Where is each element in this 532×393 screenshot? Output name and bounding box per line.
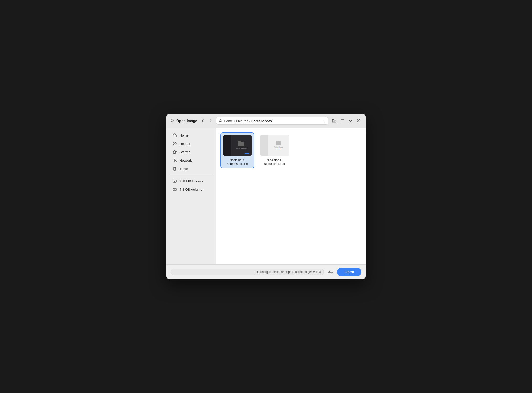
- star-icon: [173, 150, 177, 154]
- close-icon: [357, 119, 360, 123]
- sidebar-encrypted-label: 288 MB Encryp...: [179, 179, 206, 183]
- drive-icon: [173, 179, 177, 183]
- breadcrumb-pictures-label: Pictures: [236, 119, 248, 123]
- sidebar-item-starred[interactable]: Starred: [168, 148, 214, 156]
- file-thumbnail-dark: Folder is Empty: [223, 135, 252, 156]
- file-thumbnail-light: Folder is Empty: [260, 135, 289, 156]
- trash-icon: [173, 167, 177, 171]
- close-button[interactable]: [355, 117, 362, 124]
- dialog-footer: "filedialog-d-screenshot.png" selected (…: [166, 264, 366, 279]
- sidebar-item-encrypted[interactable]: 288 MB Encryp...: [168, 177, 214, 185]
- filter-options-button[interactable]: [327, 268, 334, 276]
- list-view-icon: [340, 118, 345, 123]
- main-content: Folder is Empty filedialog-d-screenshot.…: [216, 128, 366, 264]
- svg-point-0: [171, 119, 173, 122]
- sidebar-item-home[interactable]: Home: [168, 131, 214, 139]
- forward-button[interactable]: [207, 118, 214, 124]
- svg-rect-11: [173, 159, 174, 160]
- thumb-sidebar: [223, 135, 231, 156]
- back-button[interactable]: [199, 118, 206, 124]
- breadcrumb-home[interactable]: Home: [219, 119, 233, 123]
- sort-button[interactable]: [347, 118, 354, 124]
- network-icon: [173, 158, 177, 162]
- files-grid: Folder is Empty filedialog-d-screenshot.…: [220, 132, 361, 260]
- dialog-header: Open Image Home /: [166, 114, 366, 128]
- sidebar-item-recent[interactable]: Recent: [168, 140, 214, 148]
- dialog-body: Home Recent Starred: [166, 128, 366, 264]
- file-item-dark[interactable]: Folder is Empty filedialog-d-screenshot.…: [220, 132, 254, 168]
- thumb-light-preview: Folder is Empty: [260, 135, 289, 156]
- svg-point-26: [329, 271, 330, 272]
- thumb-light-sidebar-el: [260, 135, 268, 156]
- svg-rect-17: [174, 168, 176, 170]
- status-text: "filedialog-d-screenshot.png" selected (…: [171, 269, 324, 275]
- sidebar-volume-label: 4.3 GB Volume: [179, 188, 202, 192]
- recent-icon: [173, 141, 177, 146]
- breadcrumb-pictures[interactable]: Pictures: [236, 119, 248, 123]
- svg-point-24: [174, 189, 175, 190]
- file-item-light[interactable]: Folder is Empty filedialog-l-screenshot.…: [258, 132, 292, 168]
- sidebar-trash-label: Trash: [179, 167, 188, 171]
- sidebar-network-label: Network: [179, 159, 192, 162]
- home-icon: [219, 119, 223, 123]
- svg-rect-13: [173, 161, 174, 162]
- sidebar-home-label: Home: [179, 133, 189, 137]
- breadcrumb-home-label: Home: [224, 119, 233, 123]
- open-button[interactable]: Open: [337, 268, 361, 276]
- sidebar-starred-label: Starred: [179, 150, 191, 154]
- header-actions: [331, 117, 362, 124]
- thumb-content: Folder is Empty: [231, 135, 252, 156]
- volume-drive-icon: [173, 187, 177, 192]
- svg-rect-12: [175, 161, 176, 162]
- svg-line-1: [173, 122, 174, 123]
- svg-marker-10: [173, 150, 177, 154]
- new-folder-icon: [332, 118, 337, 123]
- more-dots-icon: [324, 119, 324, 123]
- sidebar-divider: [169, 175, 213, 175]
- sidebar-item-trash[interactable]: Trash: [168, 165, 214, 173]
- svg-rect-20: [173, 180, 176, 182]
- sidebar-item-volume[interactable]: 4.3 GB Volume: [168, 185, 214, 193]
- sidebar: Home Recent Starred: [166, 128, 216, 264]
- search-icon: [170, 118, 175, 123]
- svg-point-21: [174, 181, 175, 182]
- breadcrumb-bar: Home / Pictures / Screenshots: [216, 117, 328, 125]
- dialog-title-area: Open Image: [170, 118, 197, 123]
- open-image-dialog: Open Image Home /: [166, 114, 366, 279]
- nav-buttons: [199, 118, 214, 124]
- home-icon: [173, 133, 177, 137]
- breadcrumb-current: Screenshots: [251, 119, 272, 123]
- breadcrumb-current-label: Screenshots: [251, 119, 272, 123]
- sidebar-recent-label: Recent: [179, 142, 190, 146]
- breadcrumb-sep-2: /: [249, 119, 250, 123]
- file-name-dark: filedialog-d-screenshot.png: [227, 158, 248, 166]
- sidebar-item-network[interactable]: Network: [168, 156, 214, 164]
- svg-rect-23: [173, 188, 176, 191]
- thumb-light-content: Folder is Empty: [268, 135, 289, 156]
- filter-icon: [328, 270, 333, 274]
- breadcrumb-more-button[interactable]: [323, 118, 326, 123]
- file-name-light: filedialog-l-screenshot.png: [264, 158, 285, 166]
- list-view-button[interactable]: [339, 117, 346, 124]
- breadcrumb-sep-1: /: [234, 119, 235, 123]
- svg-point-27: [331, 272, 332, 273]
- chevron-down-icon: [349, 119, 352, 123]
- thumb-dark-preview: Folder is Empty: [223, 135, 252, 156]
- dialog-title: Open Image: [176, 119, 197, 123]
- new-folder-button[interactable]: [331, 117, 338, 124]
